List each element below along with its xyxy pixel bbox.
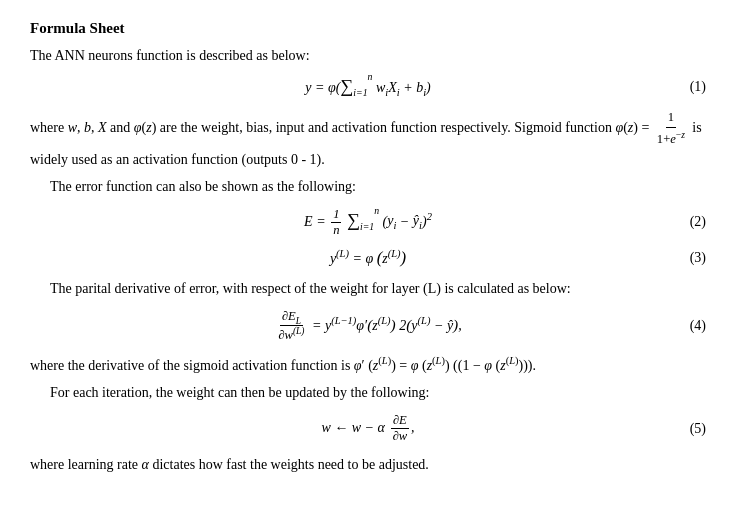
equation-2: E = 1n ∑i=1n (yi − ŷi)2 (2): [30, 207, 706, 238]
equation-3: y(L) = φ (z(L)) (3): [30, 248, 706, 268]
para3-text: The parital derivative of error, with re…: [50, 278, 706, 299]
eq4-number: (4): [690, 318, 706, 334]
para6-text: where learning rate α dictates how fast …: [30, 454, 706, 475]
para5-text: For each iteration, the weight can then …: [50, 382, 706, 403]
para1-text: where w, b, X and φ(z) are the weight, b…: [30, 108, 706, 170]
para4-text: where the derivative of the sigmoid acti…: [30, 353, 706, 376]
intro-text: The ANN neurons function is described as…: [30, 45, 706, 66]
equation-1: y = φ(∑i=1n wiXi + bi) (1): [30, 76, 706, 98]
equation-5: w ← w − α ∂E ∂w , (5): [30, 413, 706, 444]
eq5-number: (5): [690, 421, 706, 437]
eq1-number: (1): [690, 79, 706, 95]
page-title: Formula Sheet: [30, 20, 706, 37]
para2-text: The error function can also be shown as …: [50, 176, 706, 197]
eq3-number: (3): [690, 250, 706, 266]
eq2-number: (2): [690, 214, 706, 230]
equation-4: ∂EL ∂w(L) = y(L−1)φ′(z(L)) 2(y(L) − ŷ), …: [30, 309, 706, 344]
